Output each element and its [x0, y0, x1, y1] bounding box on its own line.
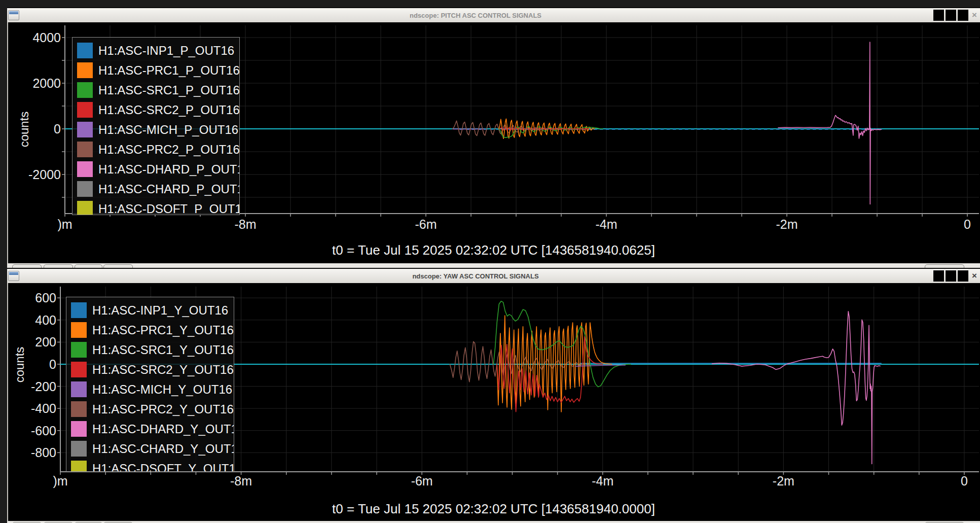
legend-label: H1:ASC-SRC1_Y_OUT16 — [92, 343, 234, 357]
legend-swatch — [77, 43, 93, 58]
toolbar-button-5[interactable] — [925, 264, 964, 268]
legend-label: H1:ASC-MICH_Y_OUT16 — [92, 382, 232, 397]
legend-swatch — [77, 142, 93, 157]
t0-label: t0 = Tue Jul 15 2025 02:32:02 UTC [14365… — [7, 501, 980, 517]
toolbar-strip — [7, 521, 980, 523]
x-tick-label: -4m — [572, 474, 633, 487]
toolbar-button-1[interactable] — [12, 264, 42, 268]
legend-item: H1:ASC-SRC2_Y_OUT16 — [66, 360, 234, 379]
x-tick-label: -6m — [395, 218, 456, 231]
x-tick-label: -4m — [576, 218, 637, 231]
legend-label: H1:ASC-SRC2_P_OUT16 — [98, 103, 240, 117]
legend-label: H1:ASC-CHARD_P_OUT16 — [98, 182, 240, 196]
x-tick-label: 0 — [937, 218, 980, 231]
y-tick-label: 400 — [11, 313, 56, 327]
y-tick-label: 600 — [11, 291, 56, 304]
x-tick-label: -2m — [756, 218, 817, 231]
y-tick-label: -600 — [11, 424, 56, 437]
legend-swatch — [71, 401, 87, 417]
window-button-3[interactable] — [958, 10, 968, 21]
legend-swatch — [77, 201, 93, 215]
window-button-1[interactable] — [933, 270, 944, 282]
legend-item: H1:ASC-DHARD_P_OUT16 — [72, 159, 239, 179]
legend-item: H1:ASC-MICH_P_OUT16 — [72, 120, 239, 140]
legend-item: H1:ASC-SRC2_P_OUT16 — [72, 100, 239, 120]
x-tick-label: -6m — [391, 474, 452, 487]
legend-item: H1:ASC-DHARD_Y_OUT16 — [66, 419, 234, 439]
y-tick-label: -400 — [11, 402, 56, 415]
toolbar-strip — [7, 263, 980, 268]
x-tick-label: -8m — [211, 474, 272, 487]
legend-swatch — [77, 62, 93, 78]
legend-label: H1:ASC-DSOFT_P_OUT16 — [98, 202, 240, 216]
legend-swatch — [71, 362, 87, 377]
window-title: ndscope: PITCH ASC CONTROL SIGNALS — [19, 12, 932, 19]
window-left-border — [7, 268, 8, 523]
legend[interactable]: H1:ASC-INP1_P_OUT16H1:ASC-PRC1_P_OUT16H1… — [72, 37, 240, 215]
titlebar[interactable]: ndscope: YAW ASC CONTROL SIGNALS × — [7, 268, 980, 283]
legend-swatch — [71, 421, 87, 437]
legend-label: H1:ASC-PRC2_P_OUT16 — [98, 143, 240, 157]
close-icon[interactable]: × — [969, 271, 979, 281]
legend[interactable]: H1:ASC-INP1_Y_OUT16H1:ASC-PRC1_Y_OUT16H1… — [66, 297, 234, 472]
x-tick-label: 0 — [934, 474, 980, 487]
legend-swatch — [77, 161, 93, 177]
trace-H1:ASC-DHARD_Y_OUT16 — [712, 311, 881, 464]
legend-item: H1:ASC-PRC2_Y_OUT16 — [66, 399, 234, 419]
legend-label: H1:ASC-INP1_Y_OUT16 — [92, 303, 228, 318]
legend-swatch — [77, 82, 93, 98]
window-yaw-asc: ndscope: YAW ASC CONTROL SIGNALS × 60040… — [7, 268, 980, 523]
window-button-2[interactable] — [946, 10, 956, 21]
toolbar-button-4[interactable] — [103, 264, 133, 268]
y-tick-label: 4000 — [15, 31, 61, 44]
legend-swatch — [71, 381, 87, 397]
window-button-3[interactable] — [958, 270, 968, 282]
legend-item: H1:ASC-PRC1_Y_OUT16 — [66, 320, 234, 340]
legend-swatch — [77, 102, 93, 118]
legend-item: H1:ASC-CHARD_P_OUT16 — [72, 179, 239, 199]
legend-label: H1:ASC-DHARD_P_OUT16 — [98, 162, 240, 177]
legend-swatch — [71, 342, 87, 358]
legend-label: H1:ASC-SRC2_Y_OUT16 — [92, 363, 234, 377]
window-menu-icon[interactable] — [8, 10, 19, 20]
legend-label: H1:ASC-INP1_P_OUT16 — [98, 44, 234, 58]
y-tick-label: -800 — [11, 446, 56, 459]
x-tick-label: -2m — [753, 474, 814, 487]
legend-swatch — [71, 441, 87, 457]
legend-label: H1:ASC-PRC1_P_OUT16 — [98, 63, 240, 78]
x-tick-label: )m — [34, 218, 95, 231]
y-axis-label: counts — [17, 99, 31, 160]
legend-swatch — [77, 181, 93, 197]
legend-label: H1:ASC-DSOFT_Y_OUT16 — [92, 462, 234, 472]
legend-item: H1:ASC-PRC2_P_OUT16 — [72, 140, 239, 159]
toolbar-button-2[interactable] — [44, 264, 73, 268]
legend-label: H1:ASC-PRC1_Y_OUT16 — [92, 323, 234, 337]
legend-label: H1:ASC-PRC2_Y_OUT16 — [92, 402, 234, 416]
x-tick-label: )m — [30, 474, 91, 487]
legend-label: H1:ASC-SRC1_P_OUT16 — [98, 83, 240, 97]
close-icon[interactable]: × — [969, 10, 979, 20]
legend-item: H1:ASC-SRC1_P_OUT16 — [72, 80, 239, 100]
y-tick-label: 2000 — [15, 77, 61, 90]
x-tick-label: -8m — [215, 218, 276, 231]
legend-item: H1:ASC-INP1_P_OUT16 — [72, 41, 239, 60]
legend-label: H1:ASC-CHARD_Y_OUT16 — [92, 442, 234, 456]
legend-label: H1:ASC-DHARD_Y_OUT16 — [92, 422, 234, 436]
legend-item: H1:ASC-INP1_Y_OUT16 — [66, 300, 234, 320]
y-tick-label: -2000 — [15, 168, 61, 181]
legend-item: H1:ASC-DSOFT_Y_OUT16 — [66, 459, 234, 472]
legend-swatch — [77, 122, 93, 137]
toolbar-button-3[interactable] — [75, 264, 102, 268]
trace-H1:ASC-DHARD_P_OUT16 — [778, 42, 881, 204]
legend-item: H1:ASC-PRC1_P_OUT16 — [72, 60, 239, 80]
legend-item: H1:ASC-CHARD_Y_OUT16 — [66, 439, 234, 459]
titlebar[interactable]: ndscope: PITCH ASC CONTROL SIGNALS × — [7, 7, 980, 22]
legend-label: H1:ASC-MICH_P_OUT16 — [98, 123, 238, 137]
window-button-2[interactable] — [946, 270, 956, 282]
window-title: ndscope: YAW ASC CONTROL SIGNALS — [19, 272, 932, 280]
legend-item: H1:ASC-SRC1_Y_OUT16 — [66, 340, 234, 360]
window-button-1[interactable] — [933, 10, 944, 21]
legend-swatch — [71, 322, 87, 338]
legend-item: H1:ASC-MICH_Y_OUT16 — [66, 379, 234, 399]
window-menu-icon[interactable] — [8, 271, 19, 281]
